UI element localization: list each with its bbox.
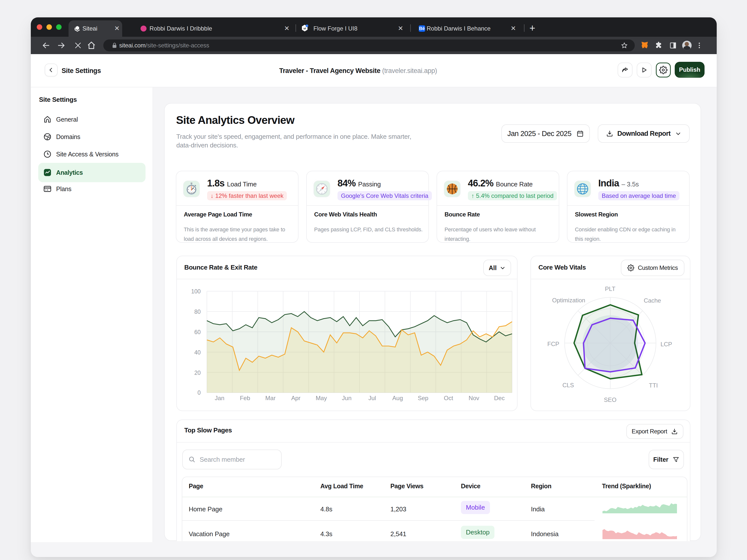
svg-text:60: 60 bbox=[194, 329, 201, 335]
svg-text:Apr: Apr bbox=[291, 395, 301, 401]
svg-text:Jul: Jul bbox=[368, 395, 376, 401]
svg-text:Optimization: Optimization bbox=[552, 297, 585, 303]
svg-text:100: 100 bbox=[191, 288, 201, 295]
svg-text:40: 40 bbox=[194, 349, 201, 356]
svg-text:FCP: FCP bbox=[547, 341, 559, 347]
svg-text:Nov: Nov bbox=[469, 395, 479, 401]
svg-text:Jan: Jan bbox=[215, 395, 225, 401]
svg-text:Feb: Feb bbox=[240, 395, 250, 401]
svg-text:Sep: Sep bbox=[418, 395, 429, 401]
svg-text:LCP: LCP bbox=[661, 341, 672, 348]
svg-text:0: 0 bbox=[198, 390, 201, 396]
svg-text:Cache: Cache bbox=[644, 297, 661, 304]
svg-text:80: 80 bbox=[194, 309, 201, 315]
svg-text:SEO: SEO bbox=[604, 396, 617, 403]
svg-text:Mar: Mar bbox=[265, 395, 276, 401]
svg-text:TTI: TTI bbox=[649, 382, 658, 389]
svg-text:PLT: PLT bbox=[605, 286, 616, 292]
svg-text:20: 20 bbox=[194, 370, 201, 376]
svg-text:Aug: Aug bbox=[392, 395, 403, 401]
svg-text:Oct: Oct bbox=[444, 395, 453, 401]
svg-text:Dec: Dec bbox=[494, 395, 505, 401]
svg-text:ui: ui bbox=[304, 27, 306, 30]
svg-text:May: May bbox=[316, 395, 327, 401]
svg-text:CLS: CLS bbox=[563, 382, 574, 389]
svg-text:Jun: Jun bbox=[342, 395, 352, 401]
